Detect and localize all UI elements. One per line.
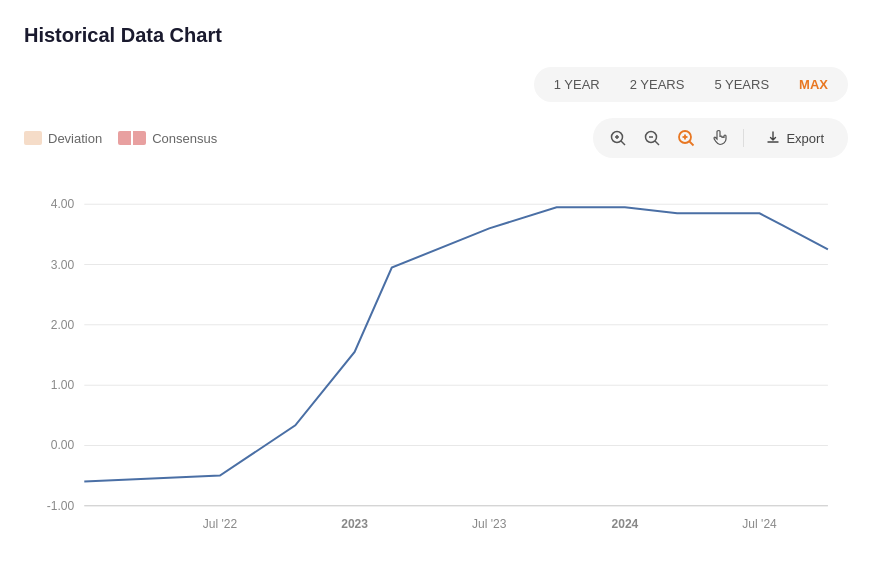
zoom-area-button[interactable] — [671, 123, 701, 153]
chart-legend: Deviation Consensus — [24, 131, 217, 146]
time-btn-max[interactable]: MAX — [785, 71, 842, 98]
zoom-area-icon — [677, 129, 695, 147]
time-btn-5years[interactable]: 5 YEARS — [700, 71, 783, 98]
svg-text:Jul '24: Jul '24 — [742, 517, 777, 531]
zoom-in-icon — [610, 130, 626, 146]
toolbar-divider — [743, 129, 744, 147]
chart-area: 4.00 3.00 2.00 1.00 0.00 -1.00 Jul '22 2… — [24, 170, 848, 540]
svg-line-10 — [690, 142, 694, 146]
svg-text:0.00: 0.00 — [51, 438, 75, 452]
deviation-swatch — [24, 131, 42, 145]
svg-text:2.00: 2.00 — [51, 318, 75, 332]
legend-item-deviation: Deviation — [24, 131, 102, 146]
svg-text:Jul '22: Jul '22 — [203, 517, 238, 531]
chart-line — [84, 207, 828, 481]
svg-text:1.00: 1.00 — [51, 378, 75, 392]
export-button[interactable]: Export — [752, 125, 838, 152]
consensus-swatch — [118, 131, 146, 145]
time-btn-2years[interactable]: 2 YEARS — [616, 71, 699, 98]
svg-text:2024: 2024 — [612, 517, 639, 531]
svg-text:2023: 2023 — [341, 517, 368, 531]
svg-text:4.00: 4.00 — [51, 197, 75, 211]
svg-text:Jul '23: Jul '23 — [472, 517, 507, 531]
zoom-out-icon — [644, 130, 660, 146]
svg-text:-1.00: -1.00 — [47, 499, 75, 513]
svg-line-6 — [655, 141, 659, 145]
export-icon — [766, 131, 780, 145]
export-label: Export — [786, 131, 824, 146]
svg-line-3 — [621, 141, 625, 145]
page-title: Historical Data Chart — [24, 24, 848, 47]
time-btn-1year[interactable]: 1 YEAR — [540, 71, 614, 98]
svg-text:3.00: 3.00 — [51, 258, 75, 272]
zoom-out-button[interactable] — [637, 123, 667, 153]
zoom-in-button[interactable] — [603, 123, 633, 153]
line-chart: 4.00 3.00 2.00 1.00 0.00 -1.00 Jul '22 2… — [24, 170, 848, 540]
chart-toolbar: Export — [593, 118, 848, 158]
deviation-label: Deviation — [48, 131, 102, 146]
consensus-label: Consensus — [152, 131, 217, 146]
time-range-selector: 1 YEAR 2 YEARS 5 YEARS MAX — [534, 67, 848, 102]
legend-item-consensus: Consensus — [118, 131, 217, 146]
pan-icon — [712, 129, 728, 147]
pan-button[interactable] — [705, 123, 735, 153]
